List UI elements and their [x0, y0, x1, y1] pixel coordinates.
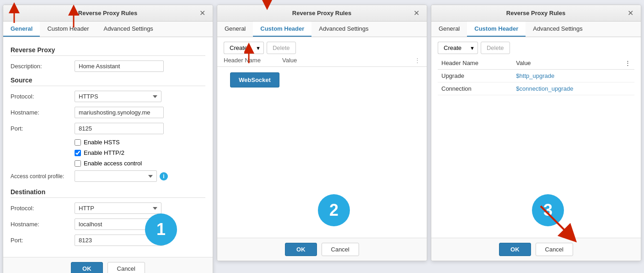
- delete-button-3[interactable]: Delete: [481, 42, 510, 54]
- src-protocol-select[interactable]: HTTPS HTTP: [75, 91, 161, 102]
- tab-1-general[interactable]: General: [3, 22, 40, 37]
- src-hostname-row: Hostname:: [11, 107, 205, 118]
- src-port-input[interactable]: [75, 123, 164, 134]
- panel-3-footer: OK Cancel: [431, 238, 641, 261]
- enable-access-control-row: Enable access control: [75, 160, 205, 167]
- panel-3-close[interactable]: ✕: [626, 9, 635, 17]
- tab-1-advanced-settings[interactable]: Advanced Settings: [96, 22, 160, 37]
- enable-http2-row: Enable HTTP/2: [75, 149, 205, 156]
- step-circle-1: 1: [145, 213, 177, 246]
- panel-1-close[interactable]: ✕: [198, 9, 207, 17]
- tab-1-custom-header[interactable]: Custom Header: [40, 22, 96, 37]
- panel-3-tabs: General Custom Header Advanced Settings: [431, 22, 641, 37]
- enable-hsts-label: Enable HSTS: [84, 139, 120, 146]
- col-value-3: Value: [512, 57, 621, 70]
- create-dropdown-button-3[interactable]: ▼: [467, 42, 478, 54]
- enable-http2-checkbox[interactable]: [75, 150, 81, 156]
- panel-2-close[interactable]: ✕: [412, 9, 421, 17]
- panel-1: Reverse Proxy Rules ✕ General Custom Hea…: [3, 5, 213, 273]
- create-group-3: Create ▼: [438, 42, 478, 54]
- src-hostname-input[interactable]: [75, 107, 164, 118]
- panel-2-header: Reverse Proxy Rules ✕: [217, 5, 427, 22]
- info-icon[interactable]: i: [160, 172, 168, 180]
- enable-access-control-checkbox[interactable]: [75, 160, 81, 167]
- dest-hostname-label: Hostname:: [11, 221, 75, 228]
- access-profile-select[interactable]: [75, 170, 157, 182]
- panel-3-title: Reverse Proxy Rules: [446, 10, 626, 16]
- step-circle-2: 2: [318, 194, 350, 226]
- table-row[interactable]: Connection$connection_upgrade: [438, 82, 634, 95]
- access-profile-label: Access control profile:: [11, 173, 75, 180]
- panel-1-body: Reverse Proxy Description: Source Protoc…: [3, 37, 213, 257]
- panel-3-ok-button[interactable]: OK: [499, 243, 531, 256]
- tab-3-advanced-settings[interactable]: Advanced Settings: [526, 22, 590, 37]
- panel-1-cancel-button[interactable]: Cancel: [107, 262, 145, 273]
- panel-1-title: Reverse Proxy Rules: [18, 10, 198, 16]
- dest-protocol-select[interactable]: HTTP HTTPS: [75, 202, 161, 214]
- panel-2-tabs: General Custom Header Advanced Settings: [217, 22, 427, 37]
- panel-3: Reverse Proxy Rules ✕ General Custom Hea…: [431, 5, 641, 261]
- panel-1-footer: OK Cancel: [3, 257, 213, 273]
- panel-3-cancel-button[interactable]: Cancel: [536, 243, 573, 256]
- source-section-title: Source: [11, 76, 205, 86]
- tab-2-custom-header[interactable]: Custom Header: [253, 22, 311, 37]
- col-actions-3: ⋮: [621, 57, 634, 70]
- enable-http2-label: Enable HTTP/2: [84, 149, 124, 156]
- description-row: Description:: [11, 60, 205, 72]
- panel-2: Reverse Proxy Rules ✕ General Custom Hea…: [217, 5, 427, 261]
- websocket-btn-container: WebSocket: [217, 67, 427, 93]
- panel-3-toolbar: Create ▼ Delete: [431, 37, 641, 57]
- create-button[interactable]: Create: [224, 42, 253, 54]
- enable-hsts-row: Enable HSTS: [75, 139, 205, 146]
- tab-2-advanced-settings[interactable]: Advanced Settings: [311, 22, 376, 37]
- dest-port-row: Port:: [11, 235, 205, 246]
- create-dropdown-button[interactable]: ▼: [253, 42, 264, 54]
- description-input[interactable]: [75, 60, 164, 72]
- dest-protocol-label: Protocol:: [11, 205, 75, 212]
- websocket-button[interactable]: WebSocket: [230, 72, 279, 87]
- enable-access-control-label: Enable access control: [84, 160, 142, 167]
- src-hostname-label: Hostname:: [11, 109, 75, 116]
- col-value: Value: [282, 57, 411, 64]
- description-label: Description:: [11, 63, 75, 70]
- tab-3-custom-header[interactable]: Custom Header: [467, 22, 526, 37]
- create-group: Create ▼: [224, 42, 264, 54]
- tab-2-general[interactable]: General: [217, 22, 253, 37]
- enable-hsts-checkbox[interactable]: [75, 139, 81, 146]
- reverse-proxy-section-title: Reverse Proxy: [11, 46, 205, 56]
- panel-3-header: Reverse Proxy Rules ✕: [431, 5, 641, 22]
- src-port-label: Port:: [11, 125, 75, 132]
- step-circle-3: 3: [532, 194, 564, 226]
- src-protocol-row: Protocol: HTTPS HTTP: [11, 91, 205, 102]
- col-header-name: Header Name: [224, 57, 279, 64]
- tab-3-general[interactable]: General: [431, 22, 467, 37]
- create-button-3[interactable]: Create: [438, 42, 467, 54]
- panel-2-cancel-button[interactable]: Cancel: [322, 243, 359, 256]
- headers-table: Header Name Value ⋮ Upgrade$http_upgrade…: [438, 57, 634, 95]
- panel-2-ok-button[interactable]: OK: [285, 243, 317, 256]
- src-protocol-label: Protocol:: [11, 93, 75, 100]
- dest-protocol-row: Protocol: HTTP HTTPS: [11, 202, 205, 214]
- access-profile-row: Access control profile: i: [11, 170, 205, 182]
- panel-1-header: Reverse Proxy Rules ✕: [3, 5, 213, 22]
- panel-2-footer: OK Cancel: [217, 238, 427, 261]
- panel-2-title: Reverse Proxy Rules: [232, 10, 412, 16]
- table-row[interactable]: Upgrade$http_upgrade: [438, 70, 634, 82]
- dest-port-label: Port:: [11, 237, 75, 244]
- panel-2-toolbar: Create ▼ Delete: [217, 37, 427, 57]
- panel-1-ok-button[interactable]: OK: [71, 262, 103, 273]
- col-header-name-3: Header Name: [438, 57, 512, 70]
- src-port-row: Port:: [11, 123, 205, 134]
- delete-button[interactable]: Delete: [267, 42, 296, 54]
- destination-section-title: Destination: [11, 188, 205, 198]
- panel-1-tabs: General Custom Header Advanced Settings: [3, 22, 213, 37]
